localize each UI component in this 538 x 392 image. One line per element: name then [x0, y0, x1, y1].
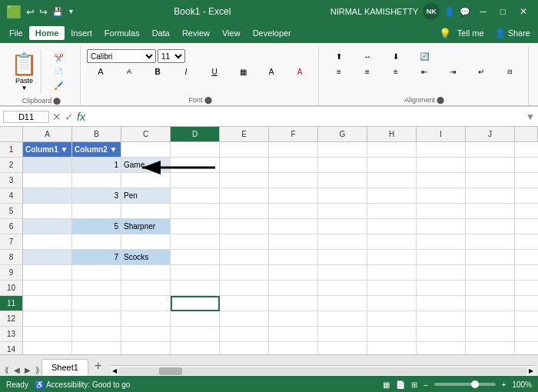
cell-extra-0-10[interactable] [515, 142, 538, 158]
cell-H7[interactable] [367, 234, 417, 250]
cell-H10[interactable] [367, 281, 417, 296]
align-left-button[interactable]: ≡ [325, 65, 353, 78]
h-scroll-track[interactable] [118, 367, 527, 375]
cell-J14[interactable] [466, 342, 515, 354]
cell-J4[interactable] [466, 188, 515, 204]
horizontal-scrollbar[interactable]: ◀ ▶ [111, 365, 535, 376]
sheet-nav-first[interactable]: ⟪ [3, 364, 11, 376]
cell-G5[interactable] [318, 204, 367, 219]
cell-extra-2-10[interactable] [515, 173, 538, 188]
cell-B12[interactable] [72, 311, 121, 327]
cell-I14[interactable] [417, 342, 466, 354]
row-num-14[interactable]: 14 [0, 342, 22, 354]
cell-G13[interactable] [318, 327, 367, 342]
cell-G10[interactable] [318, 281, 367, 296]
cell-extra-8-10[interactable] [515, 265, 538, 281]
cell-extra-12-10[interactable] [515, 327, 538, 342]
cell-A2[interactable] [23, 158, 72, 173]
cell-I12[interactable] [417, 311, 466, 327]
cell-extra-7-10[interactable] [515, 250, 538, 265]
sheet-nav-prev[interactable]: ◀ [12, 364, 22, 376]
cell-A8[interactable] [23, 250, 72, 265]
cell-E5[interactable] [220, 204, 269, 219]
cell-I5[interactable] [417, 204, 466, 219]
cell-F13[interactable] [269, 327, 318, 342]
cell-H12[interactable] [367, 311, 417, 327]
cell-D10[interactable] [171, 281, 220, 296]
cell-C11[interactable] [121, 296, 171, 311]
cell-H9[interactable] [367, 265, 417, 281]
row-num-3[interactable]: 3 [0, 173, 22, 188]
cell-H14[interactable] [367, 342, 417, 354]
cell-F12[interactable] [269, 311, 318, 327]
menu-home[interactable]: Home [29, 26, 65, 40]
cell-A1[interactable]: Column1 ▼ [23, 142, 72, 158]
cell-F9[interactable] [269, 265, 318, 281]
cell-E3[interactable] [220, 173, 269, 188]
row-num-10[interactable]: 10 [0, 281, 22, 296]
col-header-G[interactable]: G [318, 127, 367, 141]
cell-J8[interactable] [466, 250, 515, 265]
minimize-button[interactable]: ─ [475, 5, 491, 18]
cell-C13[interactable] [121, 327, 171, 342]
share-btn[interactable]: 👤 Share [490, 26, 535, 41]
cell-E4[interactable] [220, 188, 269, 204]
cell-C4[interactable]: Pen [121, 188, 171, 204]
cell-B14[interactable] [72, 342, 121, 354]
cell-E7[interactable] [220, 234, 269, 250]
cell-G11[interactable] [318, 296, 367, 311]
cell-B7[interactable] [72, 234, 121, 250]
copy-button[interactable]: 📄 [45, 65, 72, 78]
cell-J10[interactable] [466, 281, 515, 296]
quick-access-undo[interactable]: ↩ [26, 6, 35, 18]
sheet-nav-next[interactable]: ▶ [23, 364, 32, 376]
cell-C3[interactable] [121, 173, 171, 188]
cell-B11[interactable] [72, 296, 121, 311]
cell-E11[interactable] [220, 296, 269, 311]
cell-F11[interactable] [269, 296, 318, 311]
cell-C8[interactable]: Scocks [121, 250, 171, 265]
share-icon[interactable]: 👤 [444, 7, 455, 17]
cell-I2[interactable] [417, 158, 466, 173]
cell-B13[interactable] [72, 327, 121, 342]
zoom-out-button[interactable]: – [423, 380, 428, 389]
row-num-11[interactable]: 11 [0, 296, 22, 311]
bold-button[interactable]: B [144, 65, 171, 78]
cell-E1[interactable] [220, 142, 269, 158]
cell-A7[interactable] [23, 234, 72, 250]
add-sheet-button[interactable]: + [88, 359, 108, 373]
cell-extra-10-10[interactable] [515, 296, 538, 311]
align-middle-button[interactable]: ↔ [354, 49, 381, 63]
cell-extra-3-10[interactable] [515, 188, 538, 204]
menu-view[interactable]: View [216, 26, 247, 40]
cell-F8[interactable] [269, 250, 318, 265]
cell-I11[interactable] [417, 296, 466, 311]
col-header-J[interactable]: J [466, 127, 515, 141]
cell-C10[interactable] [121, 281, 171, 296]
cell-I3[interactable] [417, 173, 466, 188]
row-num-13[interactable]: 13 [0, 327, 22, 342]
cell-G8[interactable] [318, 250, 367, 265]
cell-H4[interactable] [367, 188, 417, 204]
cell-E14[interactable] [220, 342, 269, 354]
cell-A14[interactable] [23, 342, 72, 354]
cell-E9[interactable] [220, 265, 269, 281]
cell-reference-input[interactable] [3, 111, 49, 123]
cell-D11[interactable] [171, 296, 220, 311]
cell-G3[interactable] [318, 173, 367, 188]
cell-J2[interactable] [466, 158, 515, 173]
cell-F3[interactable] [269, 173, 318, 188]
cancel-formula-icon[interactable]: ✕ [52, 111, 61, 123]
cell-J7[interactable] [466, 234, 515, 250]
col-header-D[interactable]: D [171, 127, 220, 141]
cell-E8[interactable] [220, 250, 269, 265]
cell-D3[interactable] [171, 173, 220, 188]
cell-F7[interactable] [269, 234, 318, 250]
row-num-1[interactable]: 1 [0, 142, 22, 158]
row-num-8[interactable]: 8 [0, 250, 22, 265]
page-layout-button[interactable]: 📄 [396, 380, 405, 389]
sheet-tab-sheet1[interactable]: Sheet1 [42, 359, 88, 376]
cell-D14[interactable] [171, 342, 220, 354]
cell-H2[interactable] [367, 158, 417, 173]
cell-C12[interactable] [121, 311, 171, 327]
